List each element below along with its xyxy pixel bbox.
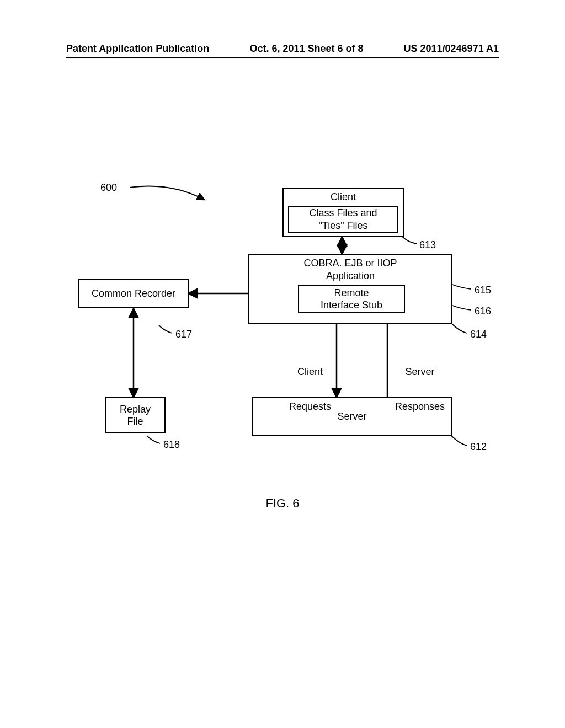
server-responses-label: Server Responses	[395, 343, 445, 436]
diagram-stage: Client Class Files and "Ties" Files COBR…	[66, 165, 508, 496]
callout-614	[452, 324, 467, 333]
replay-l2: File	[106, 415, 164, 428]
ref-600: 600	[100, 182, 117, 194]
remote-interface-stub-box: Remote Interface Stub	[298, 285, 405, 313]
class-files-l2: "Ties" Files	[289, 220, 397, 232]
callout-613	[402, 236, 417, 244]
callout-615	[452, 285, 471, 289]
figure-caption: FIG. 6	[0, 496, 565, 511]
header-rule	[66, 57, 499, 58]
ref-616: 616	[475, 306, 491, 317]
ref-613: 613	[419, 239, 436, 251]
remote-l2: Interface Stub	[299, 299, 404, 312]
replay-file-box: Replay File	[105, 397, 166, 433]
app-l1: COBRA. EJB or IIOP	[249, 257, 451, 270]
common-recorder-box: Common Recorder	[78, 279, 189, 308]
callout-617	[159, 325, 172, 333]
header-left: Patent Application Publication	[66, 43, 209, 55]
ref-618: 618	[163, 439, 180, 451]
ref-600-pointer	[130, 186, 204, 200]
page-header: Patent Application Publication Oct. 6, 2…	[0, 43, 565, 55]
app-l2: Application	[249, 270, 451, 282]
remote-l1: Remote	[299, 287, 404, 299]
client-title: Client	[284, 191, 403, 204]
client-box: Client Class Files and "Ties" Files	[282, 188, 404, 237]
ref-614: 614	[470, 329, 487, 340]
class-files-l1: Class Files and	[289, 207, 397, 220]
ref-617: 617	[175, 329, 192, 340]
header-mid: Oct. 6, 2011 Sheet 6 of 8	[249, 43, 363, 55]
callout-612	[451, 436, 467, 446]
client-requests-label: Client Requests	[289, 343, 331, 436]
callout-618	[147, 436, 160, 443]
application-box: COBRA. EJB or IIOP Application Remote In…	[248, 254, 452, 324]
replay-l1: Replay	[106, 403, 164, 416]
class-files-box: Class Files and "Ties" Files	[288, 206, 398, 233]
header-right: US 2011/0246971 A1	[404, 43, 499, 55]
common-recorder-label: Common Recorder	[79, 287, 188, 300]
callout-616	[452, 306, 471, 310]
ref-615: 615	[475, 285, 491, 296]
ref-612: 612	[470, 441, 487, 453]
